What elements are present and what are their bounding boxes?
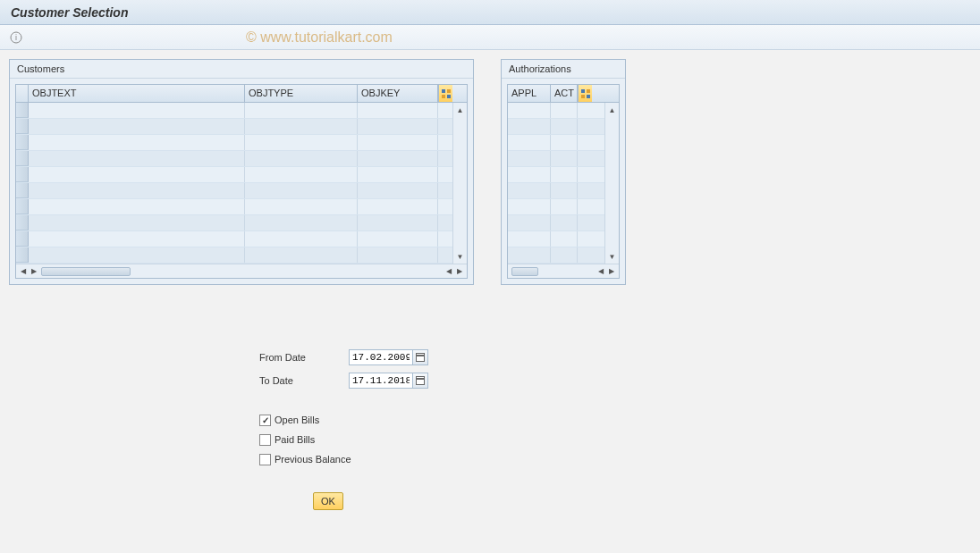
table-row[interactable] <box>16 215 452 231</box>
row-selector[interactable] <box>16 103 29 118</box>
customers-vscrollbar[interactable]: ▲ ▼ <box>452 103 467 264</box>
col-header-objtext[interactable]: OBJTEXT <box>29 85 245 102</box>
table-row[interactable] <box>508 119 604 135</box>
to-date-picker-button[interactable] <box>412 373 428 389</box>
paid-bills-checkbox[interactable] <box>259 434 271 446</box>
table-row[interactable] <box>16 199 452 215</box>
scroll-right-icon[interactable]: ▶ <box>29 266 39 277</box>
cell-act[interactable] <box>551 151 578 166</box>
row-selector[interactable] <box>16 183 29 198</box>
cell-objkey[interactable] <box>358 119 438 134</box>
cell-appl[interactable] <box>508 103 551 118</box>
table-row[interactable] <box>508 135 604 151</box>
row-selector[interactable] <box>16 151 29 166</box>
cell-objtype[interactable] <box>245 119 358 134</box>
table-row[interactable] <box>16 151 452 167</box>
cell-objtext[interactable] <box>29 183 245 198</box>
row-selector[interactable] <box>16 135 29 150</box>
cell-appl[interactable] <box>508 247 551 263</box>
cell-appl[interactable] <box>508 119 551 134</box>
scroll-left-end-icon[interactable]: ◀ <box>444 266 454 277</box>
scroll-up-icon[interactable]: ▲ <box>455 105 466 115</box>
scroll-up-icon[interactable]: ▲ <box>607 105 618 115</box>
cell-appl[interactable] <box>508 215 551 230</box>
row-selector[interactable] <box>16 231 29 247</box>
scroll-thumb[interactable] <box>511 267 538 276</box>
table-row[interactable] <box>16 167 452 183</box>
authorizations-vscrollbar[interactable]: ▲ ▼ <box>604 103 619 264</box>
hscroll-track[interactable] <box>39 267 241 276</box>
cell-act[interactable] <box>551 119 578 134</box>
scroll-down-icon[interactable]: ▼ <box>607 251 618 262</box>
cell-objtext[interactable] <box>29 231 245 247</box>
row-selector[interactable] <box>16 119 29 134</box>
row-selector[interactable] <box>16 199 29 214</box>
cell-act[interactable] <box>551 247 578 263</box>
toolbar-info-icon[interactable]: i <box>7 29 25 46</box>
cell-objtype[interactable] <box>245 151 358 166</box>
cell-objkey[interactable] <box>358 135 438 150</box>
table-row[interactable] <box>508 183 604 199</box>
table-row[interactable] <box>16 119 452 135</box>
cell-objtype[interactable] <box>245 215 358 230</box>
grid-config-icon[interactable] <box>438 85 452 102</box>
cell-objtext[interactable] <box>29 247 245 263</box>
cell-appl[interactable] <box>508 135 551 150</box>
scroll-right-end-icon[interactable]: ▶ <box>454 266 465 277</box>
col-header-objkey[interactable]: OBJKEY <box>358 85 438 102</box>
cell-objtype[interactable] <box>245 167 358 182</box>
row-selector[interactable] <box>16 215 29 230</box>
cell-objkey[interactable] <box>358 247 438 263</box>
table-row[interactable] <box>16 135 452 151</box>
col-header-appl[interactable]: APPL <box>508 85 551 102</box>
cell-act[interactable] <box>551 135 578 150</box>
row-selector[interactable] <box>16 167 29 182</box>
from-date-picker-button[interactable] <box>412 349 428 365</box>
cell-objkey[interactable] <box>358 151 438 166</box>
ok-button[interactable]: OK <box>313 492 343 510</box>
authorizations-hscrollbar[interactable]: ◀ ▶ <box>508 264 619 278</box>
cell-objkey[interactable] <box>358 103 438 118</box>
previous-balance-checkbox[interactable] <box>259 454 271 465</box>
cell-act[interactable] <box>551 183 578 198</box>
row-selector[interactable] <box>16 247 29 263</box>
scroll-left-icon[interactable]: ◀ <box>596 266 606 277</box>
to-date-input[interactable] <box>349 373 413 389</box>
scroll-down-icon[interactable]: ▼ <box>455 251 466 262</box>
scroll-thumb[interactable] <box>41 267 131 276</box>
cell-objtype[interactable] <box>245 199 358 214</box>
cell-appl[interactable] <box>508 151 551 166</box>
cell-appl[interactable] <box>508 199 551 214</box>
table-row[interactable] <box>16 247 452 264</box>
table-row[interactable] <box>16 231 452 247</box>
cell-objkey[interactable] <box>358 167 438 182</box>
cell-act[interactable] <box>551 215 578 230</box>
table-row[interactable] <box>16 103 452 119</box>
cell-objkey[interactable] <box>358 183 438 198</box>
scroll-right-icon[interactable]: ▶ <box>606 266 617 277</box>
cell-objtext[interactable] <box>29 151 245 166</box>
table-row[interactable] <box>508 199 604 215</box>
cell-objtype[interactable] <box>245 135 358 150</box>
cell-objtext[interactable] <box>29 215 245 230</box>
cell-appl[interactable] <box>508 167 551 182</box>
table-row[interactable] <box>508 167 604 183</box>
table-row[interactable] <box>16 183 452 199</box>
cell-objtext[interactable] <box>29 119 245 134</box>
cell-objtext[interactable] <box>29 103 245 118</box>
cell-objkey[interactable] <box>358 231 438 247</box>
from-date-input[interactable] <box>349 349 413 365</box>
cell-appl[interactable] <box>508 183 551 198</box>
table-row[interactable] <box>508 151 604 167</box>
cell-objtext[interactable] <box>29 135 245 150</box>
cell-appl[interactable] <box>508 231 551 247</box>
open-bills-checkbox[interactable] <box>259 415 271 426</box>
table-row[interactable] <box>508 231 604 247</box>
cell-act[interactable] <box>551 231 578 247</box>
cell-objtext[interactable] <box>29 199 245 214</box>
cell-objtext[interactable] <box>29 167 245 182</box>
cell-objtype[interactable] <box>245 231 358 247</box>
table-row[interactable] <box>508 103 604 119</box>
cell-act[interactable] <box>551 103 578 118</box>
cell-objtype[interactable] <box>245 103 358 118</box>
